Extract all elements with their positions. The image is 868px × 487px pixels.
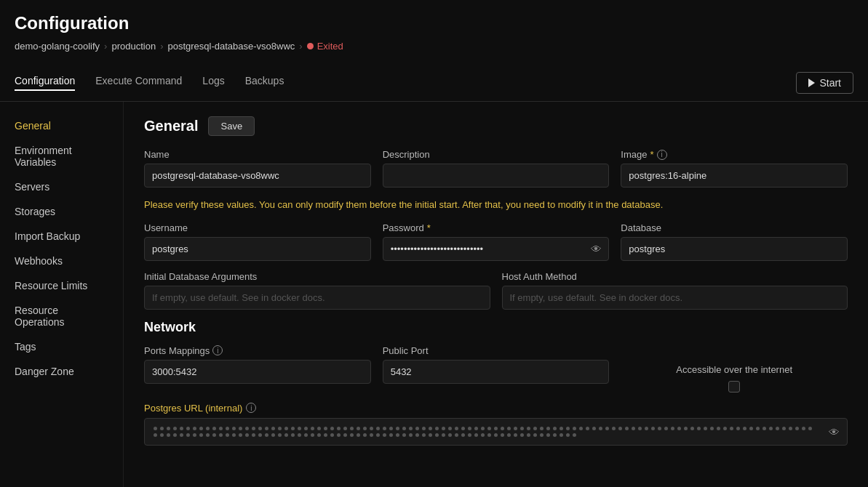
ports-label: Ports Mappings i bbox=[144, 345, 371, 356]
initial-db-args-group: Initial Database Arguments bbox=[144, 271, 490, 310]
section-title: General bbox=[144, 118, 198, 134]
section-header: General Save bbox=[144, 116, 848, 136]
initial-db-args-label: Initial Database Arguments bbox=[144, 271, 490, 282]
public-port-group: Public Port bbox=[383, 345, 610, 384]
content-area: General Save Name Description Image * i bbox=[124, 102, 868, 487]
image-group: Image * i bbox=[621, 149, 848, 188]
breadcrumb-sep-2: › bbox=[160, 41, 163, 52]
ports-info-icon: i bbox=[212, 345, 223, 355]
public-port-label: Public Port bbox=[383, 345, 610, 356]
sidebar-item-resource-limits[interactable]: Resource Limits bbox=[0, 273, 123, 298]
sidebar-item-danger-zone[interactable]: Danger Zone bbox=[0, 359, 123, 384]
sidebar-item-webhooks[interactable]: Webhooks bbox=[0, 249, 123, 273]
start-button-label: Start bbox=[819, 77, 841, 89]
sidebar-item-servers[interactable]: Servers bbox=[0, 174, 123, 199]
breadcrumb-project[interactable]: demo-golang-coolify bbox=[15, 41, 100, 52]
breadcrumb: demo-golang-coolify › production › postg… bbox=[15, 41, 853, 52]
accessible-checkbox[interactable] bbox=[728, 381, 740, 393]
sidebar-item-resource-operations[interactable]: Resource Operations bbox=[0, 298, 123, 334]
tab-configuration[interactable]: Configuration bbox=[15, 75, 75, 91]
accessible-group: Accessible over the internet bbox=[621, 345, 848, 393]
image-label: Image * i bbox=[621, 149, 848, 160]
database-input[interactable] bbox=[621, 237, 848, 261]
postgres-url-input-row: 👁 bbox=[144, 418, 848, 446]
password-group: Password * 👁 bbox=[383, 222, 610, 261]
sidebar-item-import-backup[interactable]: Import Backup bbox=[0, 224, 123, 249]
image-input[interactable] bbox=[621, 164, 848, 188]
tab-execute-command[interactable]: Execute Command bbox=[95, 75, 182, 91]
description-label: Description bbox=[383, 149, 610, 160]
username-group: Username bbox=[144, 222, 371, 261]
play-icon bbox=[808, 79, 815, 87]
ports-input[interactable] bbox=[144, 360, 371, 384]
host-auth-group: Host Auth Method bbox=[502, 271, 848, 310]
sidebar: General Environment Variables Servers St… bbox=[0, 102, 124, 487]
start-button[interactable]: Start bbox=[796, 72, 853, 94]
breadcrumb-sep-3: › bbox=[299, 41, 302, 52]
postgres-url-info-icon: i bbox=[246, 403, 256, 413]
password-label: Password * bbox=[383, 222, 610, 233]
sidebar-item-tags[interactable]: Tags bbox=[0, 334, 123, 359]
password-input[interactable] bbox=[383, 237, 610, 261]
name-label: Name bbox=[144, 149, 371, 160]
nav-bar: Configuration Execute Command Logs Backu… bbox=[0, 65, 868, 102]
password-toggle-icon[interactable]: 👁 bbox=[591, 243, 602, 255]
sidebar-item-general[interactable]: General bbox=[0, 113, 123, 138]
public-port-input[interactable] bbox=[383, 360, 610, 384]
warning-message: Please verify these values. You can only… bbox=[144, 198, 848, 212]
nav-tabs: Configuration Execute Command Logs Backu… bbox=[15, 75, 284, 91]
ports-row: Ports Mappings i Public Port Accessible … bbox=[144, 345, 848, 393]
accessible-label: Accessible over the internet bbox=[676, 364, 792, 375]
postgres-url-label: Postgres URL (internal) i bbox=[144, 403, 848, 414]
database-label: Database bbox=[621, 222, 848, 233]
status-label: Exited bbox=[317, 41, 343, 52]
db-args-host-auth-row: Initial Database Arguments Host Auth Met… bbox=[144, 271, 848, 310]
breadcrumb-status: Exited bbox=[307, 41, 343, 52]
password-wrapper: 👁 bbox=[383, 237, 610, 261]
breadcrumb-resource[interactable]: postgresql-database-vso8wwc bbox=[167, 41, 295, 52]
main-layout: General Environment Variables Servers St… bbox=[0, 102, 868, 487]
breadcrumb-env[interactable]: production bbox=[111, 41, 156, 52]
name-input[interactable] bbox=[144, 164, 371, 188]
image-required: * bbox=[650, 149, 653, 160]
credentials-row: Username Password * 👁 Database bbox=[144, 222, 848, 261]
save-button[interactable]: Save bbox=[208, 116, 255, 136]
username-input[interactable] bbox=[144, 237, 371, 261]
image-info-icon: i bbox=[657, 150, 667, 160]
host-auth-label: Host Auth Method bbox=[502, 271, 848, 282]
description-input[interactable] bbox=[383, 164, 610, 188]
host-auth-input[interactable] bbox=[502, 286, 848, 310]
postgres-url-section: Postgres URL (internal) i 👁 bbox=[144, 403, 848, 446]
status-dot bbox=[307, 43, 314, 49]
tab-logs[interactable]: Logs bbox=[202, 75, 224, 91]
network-title: Network bbox=[144, 320, 848, 335]
description-group: Description bbox=[383, 149, 610, 188]
username-label: Username bbox=[144, 222, 371, 233]
page-title: Configuration bbox=[15, 13, 853, 33]
top-header: Configuration demo-golang-coolify › prod… bbox=[0, 0, 868, 57]
postgres-url-toggle-icon[interactable]: 👁 bbox=[829, 425, 840, 438]
name-desc-image-row: Name Description Image * i bbox=[144, 149, 848, 188]
initial-db-args-input[interactable] bbox=[144, 286, 490, 310]
database-group: Database bbox=[621, 222, 848, 261]
ports-group: Ports Mappings i bbox=[144, 345, 371, 384]
tab-backups[interactable]: Backups bbox=[245, 75, 284, 91]
postgres-url-dots bbox=[154, 427, 818, 437]
password-required: * bbox=[427, 222, 431, 233]
sidebar-item-storages[interactable]: Storages bbox=[0, 199, 123, 224]
name-group: Name bbox=[144, 149, 371, 188]
breadcrumb-sep-1: › bbox=[104, 41, 107, 52]
sidebar-item-env-vars[interactable]: Environment Variables bbox=[0, 138, 123, 174]
